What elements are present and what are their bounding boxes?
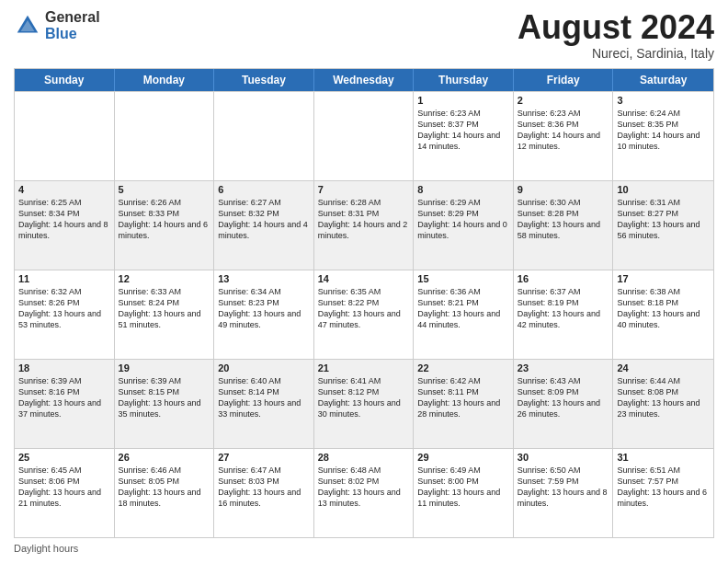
calendar-cell: 4Sunrise: 6:25 AM Sunset: 8:34 PM Daylig… — [15, 181, 115, 270]
calendar-row: 25Sunrise: 6:45 AM Sunset: 8:06 PM Dayli… — [15, 448, 713, 537]
calendar-header-cell: Friday — [514, 69, 614, 91]
day-number: 18 — [18, 362, 110, 373]
day-info: Sunrise: 6:27 AM Sunset: 8:32 PM Dayligh… — [218, 197, 310, 242]
calendar-row: 1Sunrise: 6:23 AM Sunset: 8:37 PM Daylig… — [15, 91, 713, 180]
day-number: 20 — [218, 362, 310, 373]
day-info: Sunrise: 6:38 AM Sunset: 8:18 PM Dayligh… — [617, 286, 710, 331]
day-info: Sunrise: 6:47 AM Sunset: 8:03 PM Dayligh… — [218, 465, 310, 510]
calendar-cell: 13Sunrise: 6:34 AM Sunset: 8:23 PM Dayli… — [214, 270, 314, 359]
calendar-cell: 16Sunrise: 6:37 AM Sunset: 8:19 PM Dayli… — [514, 270, 614, 359]
day-number: 22 — [417, 362, 509, 373]
day-number: 12 — [119, 273, 210, 284]
day-info: Sunrise: 6:33 AM Sunset: 8:24 PM Dayligh… — [119, 286, 210, 331]
day-info: Sunrise: 6:45 AM Sunset: 8:06 PM Dayligh… — [18, 465, 110, 510]
logo: General Blue — [14, 9, 100, 41]
day-info: Sunrise: 6:34 AM Sunset: 8:23 PM Dayligh… — [218, 286, 310, 331]
day-info: Sunrise: 6:42 AM Sunset: 8:11 PM Dayligh… — [417, 375, 509, 420]
day-info: Sunrise: 6:29 AM Sunset: 8:29 PM Dayligh… — [417, 197, 509, 242]
day-info: Sunrise: 6:28 AM Sunset: 8:31 PM Dayligh… — [318, 197, 410, 242]
day-number: 4 — [18, 184, 110, 195]
day-info: Sunrise: 6:43 AM Sunset: 8:09 PM Dayligh… — [518, 375, 609, 420]
day-info: Sunrise: 6:31 AM Sunset: 8:27 PM Dayligh… — [617, 197, 710, 242]
calendar-row: 18Sunrise: 6:39 AM Sunset: 8:16 PM Dayli… — [15, 359, 713, 448]
day-number: 13 — [218, 273, 310, 284]
day-info: Sunrise: 6:48 AM Sunset: 8:02 PM Dayligh… — [318, 465, 410, 510]
calendar-cell: 12Sunrise: 6:33 AM Sunset: 8:24 PM Dayli… — [115, 270, 215, 359]
calendar-cell: 14Sunrise: 6:35 AM Sunset: 8:22 PM Dayli… — [314, 270, 415, 359]
calendar-header-cell: Tuesday — [214, 69, 314, 91]
day-number: 28 — [318, 452, 410, 463]
day-number: 21 — [318, 362, 410, 373]
day-number: 10 — [617, 184, 710, 195]
calendar-cell: 2Sunrise: 6:23 AM Sunset: 8:36 PM Daylig… — [514, 92, 614, 180]
day-info: Sunrise: 6:50 AM Sunset: 7:59 PM Dayligh… — [518, 465, 609, 510]
day-info: Sunrise: 6:23 AM Sunset: 8:36 PM Dayligh… — [518, 108, 609, 153]
day-number: 30 — [518, 452, 609, 463]
day-info: Sunrise: 6:40 AM Sunset: 8:14 PM Dayligh… — [218, 375, 310, 420]
day-number: 31 — [617, 452, 710, 463]
calendar-header-cell: Saturday — [613, 69, 713, 91]
day-number: 11 — [18, 273, 110, 284]
day-info: Sunrise: 6:44 AM Sunset: 8:08 PM Dayligh… — [617, 375, 710, 420]
logo-general: General — [45, 9, 100, 26]
title-block: August 2024 Nureci, Sardinia, Italy — [518, 9, 714, 61]
calendar: SundayMondayTuesdayWednesdayThursdayFrid… — [14, 68, 714, 538]
day-info: Sunrise: 6:39 AM Sunset: 8:16 PM Dayligh… — [18, 375, 110, 420]
day-info: Sunrise: 6:46 AM Sunset: 8:05 PM Dayligh… — [119, 465, 210, 510]
day-number: 26 — [119, 452, 210, 463]
day-number: 14 — [318, 273, 410, 284]
calendar-cell: 18Sunrise: 6:39 AM Sunset: 8:16 PM Dayli… — [15, 360, 115, 448]
calendar-row: 11Sunrise: 6:32 AM Sunset: 8:26 PM Dayli… — [15, 270, 713, 359]
day-info: Sunrise: 6:26 AM Sunset: 8:33 PM Dayligh… — [119, 197, 210, 242]
page: General Blue August 2024 Nureci, Sardini… — [0, 0, 728, 563]
day-info: Sunrise: 6:23 AM Sunset: 8:37 PM Dayligh… — [417, 108, 509, 153]
day-number: 23 — [518, 362, 609, 373]
calendar-cell: 25Sunrise: 6:45 AM Sunset: 8:06 PM Dayli… — [15, 449, 115, 537]
title-location: Nureci, Sardinia, Italy — [518, 46, 714, 61]
day-info: Sunrise: 6:41 AM Sunset: 8:12 PM Dayligh… — [318, 375, 410, 420]
calendar-cell: 8Sunrise: 6:29 AM Sunset: 8:29 PM Daylig… — [414, 181, 514, 270]
day-number: 16 — [518, 273, 609, 284]
day-info: Sunrise: 6:25 AM Sunset: 8:34 PM Dayligh… — [18, 197, 110, 242]
calendar-cell: 20Sunrise: 6:40 AM Sunset: 8:14 PM Dayli… — [214, 360, 314, 448]
calendar-cell: 10Sunrise: 6:31 AM Sunset: 8:27 PM Dayli… — [613, 181, 713, 270]
calendar-cell — [15, 92, 115, 180]
calendar-cell: 6Sunrise: 6:27 AM Sunset: 8:32 PM Daylig… — [214, 181, 314, 270]
calendar-cell: 21Sunrise: 6:41 AM Sunset: 8:12 PM Dayli… — [314, 360, 415, 448]
calendar-cell: 23Sunrise: 6:43 AM Sunset: 8:09 PM Dayli… — [514, 360, 614, 448]
calendar-cell: 29Sunrise: 6:49 AM Sunset: 8:00 PM Dayli… — [414, 449, 514, 537]
calendar-row: 4Sunrise: 6:25 AM Sunset: 8:34 PM Daylig… — [15, 180, 713, 270]
day-number: 8 — [417, 184, 509, 195]
day-number: 1 — [417, 95, 509, 106]
day-number: 19 — [119, 362, 210, 373]
calendar-cell: 1Sunrise: 6:23 AM Sunset: 8:37 PM Daylig… — [414, 92, 514, 180]
header: General Blue August 2024 Nureci, Sardini… — [14, 9, 714, 61]
day-number: 5 — [119, 184, 210, 195]
calendar-cell: 15Sunrise: 6:36 AM Sunset: 8:21 PM Dayli… — [414, 270, 514, 359]
calendar-cell: 22Sunrise: 6:42 AM Sunset: 8:11 PM Dayli… — [414, 360, 514, 448]
day-info: Sunrise: 6:32 AM Sunset: 8:26 PM Dayligh… — [18, 286, 110, 331]
footer: Daylight hours — [14, 543, 714, 554]
calendar-cell: 26Sunrise: 6:46 AM Sunset: 8:05 PM Dayli… — [115, 449, 215, 537]
calendar-cell: 11Sunrise: 6:32 AM Sunset: 8:26 PM Dayli… — [15, 270, 115, 359]
calendar-cell: 5Sunrise: 6:26 AM Sunset: 8:33 PM Daylig… — [115, 181, 215, 270]
day-number: 24 — [617, 362, 710, 373]
calendar-cell: 17Sunrise: 6:38 AM Sunset: 8:18 PM Dayli… — [613, 270, 713, 359]
day-info: Sunrise: 6:37 AM Sunset: 8:19 PM Dayligh… — [518, 286, 609, 331]
day-number: 29 — [417, 452, 509, 463]
day-info: Sunrise: 6:51 AM Sunset: 7:57 PM Dayligh… — [617, 465, 710, 510]
logo-icon — [14, 12, 41, 40]
day-number: 27 — [218, 452, 310, 463]
logo-text: General Blue — [45, 9, 100, 41]
day-info: Sunrise: 6:49 AM Sunset: 8:00 PM Dayligh… — [417, 465, 509, 510]
day-number: 9 — [518, 184, 609, 195]
calendar-cell: 30Sunrise: 6:50 AM Sunset: 7:59 PM Dayli… — [514, 449, 614, 537]
calendar-cell: 27Sunrise: 6:47 AM Sunset: 8:03 PM Dayli… — [214, 449, 314, 537]
calendar-cell — [314, 92, 415, 180]
day-info: Sunrise: 6:24 AM Sunset: 8:35 PM Dayligh… — [617, 108, 710, 153]
day-number: 15 — [417, 273, 509, 284]
day-number: 6 — [218, 184, 310, 195]
calendar-header-cell: Wednesday — [314, 69, 415, 91]
day-number: 7 — [318, 184, 410, 195]
calendar-cell: 31Sunrise: 6:51 AM Sunset: 7:57 PM Dayli… — [613, 449, 713, 537]
